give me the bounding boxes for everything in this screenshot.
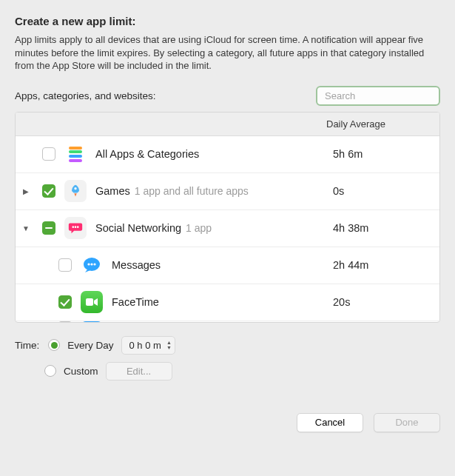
stacked-layers-icon <box>64 143 87 165</box>
checkbox-social-networking[interactable] <box>42 221 55 235</box>
svg-point-4 <box>75 226 77 228</box>
filter-label: Apps, categories, and websites: <box>15 90 156 101</box>
svg-point-3 <box>73 226 75 228</box>
checkbox-messages[interactable] <box>58 258 72 272</box>
row-name: Messages <box>112 259 161 271</box>
row-partial <box>16 321 439 322</box>
row-name: FaceTime <box>112 296 159 308</box>
disclosure-right-icon[interactable]: ▶ <box>23 187 29 195</box>
app-list: Daily Average All Apps & Categories 5h 6… <box>15 112 440 323</box>
dialog-description: App limits apply to all devices that are… <box>15 33 440 73</box>
speech-bubble-icon <box>64 217 87 239</box>
messages-app-icon <box>81 254 103 276</box>
edit-button: Edit... <box>106 362 172 381</box>
row-detail: 1 app and all future apps <box>135 185 249 197</box>
row-social-networking[interactable]: ▼ Social Networking 1 app 4h 38m <box>16 210 439 247</box>
time-stepper-value: 0 h 0 m <box>129 340 161 351</box>
list-header: Daily Average <box>16 113 439 136</box>
time-label: Time: <box>15 340 39 351</box>
svg-point-7 <box>87 264 90 266</box>
row-avg: 0s <box>333 185 429 197</box>
column-daily-average: Daily Average <box>326 118 385 130</box>
radio-every-day-label: Every Day <box>67 340 113 351</box>
row-games[interactable]: ▶ Games 1 app and all future apps 0s <box>16 173 439 210</box>
svg-point-9 <box>93 264 95 266</box>
svg-point-8 <box>90 264 92 266</box>
facetime-app-icon <box>81 291 103 313</box>
row-name: Games <box>95 185 130 197</box>
dialog-title: Create a new app limit: <box>15 15 440 27</box>
checkbox-all-apps[interactable] <box>42 147 55 161</box>
done-button: Done <box>374 413 440 432</box>
partial-app-icon <box>81 321 103 322</box>
svg-point-5 <box>77 226 79 228</box>
row-avg: 5h 6m <box>333 148 429 160</box>
svg-rect-10 <box>86 298 93 306</box>
row-all-apps[interactable]: All Apps & Categories 5h 6m <box>16 136 439 173</box>
row-avg: 2h 44m <box>333 259 429 271</box>
search-field[interactable] <box>325 90 449 101</box>
checkbox-partial[interactable] <box>58 321 72 322</box>
cancel-button[interactable]: Cancel <box>297 413 363 432</box>
radio-custom[interactable] <box>44 365 56 377</box>
checkbox-games[interactable] <box>42 184 55 198</box>
svg-point-2 <box>74 187 76 190</box>
row-avg: 20s <box>333 296 429 308</box>
row-name: All Apps & Categories <box>95 148 199 160</box>
disclosure-down-icon[interactable]: ▼ <box>22 224 30 232</box>
row-messages[interactable]: Messages 2h 44m <box>16 247 439 284</box>
checkbox-facetime[interactable] <box>58 295 72 309</box>
stepper-arrows-icon[interactable]: ▲▼ <box>166 338 172 352</box>
time-stepper[interactable]: 0 h 0 m ▲▼ <box>121 336 175 355</box>
search-input[interactable] <box>316 86 440 106</box>
row-avg: 4h 38m <box>333 222 429 234</box>
row-facetime[interactable]: FaceTime 20s <box>16 284 439 321</box>
radio-every-day[interactable] <box>48 339 60 351</box>
rocket-icon <box>64 180 87 202</box>
radio-custom-label: Custom <box>64 366 98 377</box>
row-name: Social Networking <box>95 222 181 234</box>
row-detail: 1 app <box>186 222 212 234</box>
